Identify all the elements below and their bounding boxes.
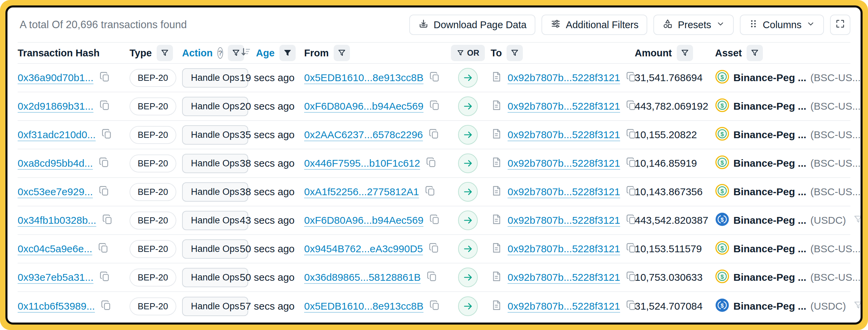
from-address-link[interactable]: 0xA1f52256...2775812A1 [304, 186, 419, 198]
to-address-link[interactable]: 0x92b7807b...5228f3121 [508, 129, 620, 141]
amount-cell: 31,541.768694 [635, 72, 715, 84]
to-cell: 0x92b7807b...5228f3121 [491, 271, 635, 285]
busd-coin-icon: $ [715, 70, 729, 86]
to-address-link[interactable]: 0x92b7807b...5228f3121 [508, 186, 620, 198]
copy-icon[interactable] [428, 242, 440, 256]
download-page-data-button[interactable]: Download Page Data [409, 15, 535, 35]
txn-hash-link[interactable]: 0xc04c5a9e6e... [18, 243, 92, 255]
amount-filter-button[interactable] [677, 45, 693, 61]
txn-hash-link[interactable]: 0xf31adc210d0... [18, 129, 96, 141]
txn-hash-link[interactable]: 0xa8cd95bb4d... [18, 158, 93, 169]
copy-icon[interactable] [99, 71, 111, 85]
from-filter-button[interactable] [334, 45, 350, 61]
handle-ops-button[interactable]: Handle Ops [182, 182, 248, 202]
amount-value: 443,542.820387 [635, 215, 708, 226]
copy-icon[interactable] [425, 185, 436, 199]
from-address-link[interactable]: 0xF6D80A96...b94Aec569 [304, 215, 423, 226]
grid-dots-icon [749, 19, 758, 31]
to-address-link[interactable]: 0x92b7807b...5228f3121 [508, 215, 620, 226]
txn-hash-link[interactable]: 0x2d91869b31... [18, 100, 94, 112]
copy-icon[interactable] [98, 242, 109, 256]
txn-hash-link[interactable]: 0x93e7eb5a31... [18, 272, 94, 283]
asset-name[interactable]: Binance-Peg ... [733, 129, 806, 141]
copy-icon[interactable] [98, 185, 110, 199]
from-address-link[interactable]: 0x5EDB1610...8e913cc8B [304, 300, 423, 312]
from-address-link[interactable]: 0x36d89865...58128861B [304, 272, 421, 283]
expand-fullscreen-button[interactable] [830, 15, 850, 35]
handle-ops-button[interactable]: Handle Ops [182, 239, 248, 259]
amount-cell: 31,524.707084 [635, 300, 715, 312]
asset-name[interactable]: Binance-Peg ... [733, 300, 806, 312]
handle-ops-button[interactable]: Handle Ops [182, 97, 248, 116]
copy-icon[interactable] [98, 157, 110, 170]
to-filter-button[interactable] [507, 45, 523, 61]
txn-hash-link[interactable]: 0xc53ee7e929... [18, 186, 93, 198]
asset-name[interactable]: Binance-Peg ... [733, 100, 806, 112]
sort-desc-icon[interactable] [240, 46, 251, 60]
asset-cell: $ Binance-Peg ... (BSC-US...) [715, 269, 850, 286]
col-to: To [491, 45, 635, 61]
txn-hash-cell: 0x34fb1b0328b... [18, 214, 130, 227]
or-filter-button[interactable]: OR [451, 45, 485, 61]
asset-name[interactable]: Binance-Peg ... [733, 272, 806, 283]
to-address-link[interactable]: 0x92b7807b...5228f3121 [508, 100, 620, 112]
from-address-link[interactable]: 0xF6D80A96...b94Aec569 [304, 100, 423, 112]
txn-hash-link[interactable]: 0x36a90d70b1... [18, 72, 94, 84]
to-address-link[interactable]: 0x92b7807b...5228f3121 [508, 243, 620, 255]
handle-ops-button[interactable]: Handle Ops [182, 297, 248, 316]
asset-name[interactable]: Binance-Peg ... [733, 158, 806, 169]
txn-hash-cell: 0xa8cd95bb4d... [18, 157, 130, 170]
copy-icon[interactable] [100, 299, 112, 313]
columns-button[interactable]: Columns [740, 15, 824, 35]
help-icon[interactable]: ? [217, 47, 223, 59]
copy-icon[interactable] [102, 214, 113, 227]
to-address-link[interactable]: 0x92b7807b...5228f3121 [508, 72, 620, 84]
type-badge: BEP-20 [130, 154, 176, 172]
amount-value: 31,541.768694 [635, 72, 703, 84]
from-address-link[interactable]: 0x2AAC6237...6578c2296 [304, 129, 423, 141]
copy-icon[interactable] [99, 99, 111, 113]
handle-ops-button[interactable]: Handle Ops [182, 211, 248, 230]
copy-icon[interactable] [101, 128, 113, 142]
handle-ops-button[interactable]: Handle Ops [182, 268, 248, 287]
transactions-card: A total Of 20,696 transactions found Dow… [5, 5, 863, 325]
copy-icon[interactable] [429, 214, 440, 227]
contract-icon [491, 214, 502, 227]
svg-text:$: $ [721, 302, 724, 308]
from-address-link[interactable]: 0x5EDB1610...8e913cc8B [304, 72, 423, 84]
to-address-link[interactable]: 0x92b7807b...5228f3121 [508, 272, 620, 283]
asset-filter-button[interactable] [747, 45, 763, 61]
copy-icon[interactable] [426, 157, 437, 170]
copy-icon[interactable] [428, 128, 440, 142]
to-address-link[interactable]: 0x92b7807b...5228f3121 [508, 158, 620, 169]
from-address-link[interactable]: 0x446F7595...b10F1c612 [304, 158, 420, 169]
copy-icon[interactable] [429, 99, 440, 113]
svg-text:$: $ [721, 103, 724, 109]
asset-name[interactable]: Binance-Peg ... [733, 215, 806, 226]
copy-icon[interactable] [429, 299, 440, 313]
asset-row-filter-icon[interactable] [853, 300, 863, 313]
handle-ops-button[interactable]: Handle Ops [182, 125, 248, 145]
action-cell: Handle Ops [182, 68, 240, 88]
download-icon [418, 18, 429, 32]
copy-icon[interactable] [426, 271, 438, 285]
presets-button[interactable]: Presets [653, 15, 733, 35]
handle-ops-button[interactable]: Handle Ops [182, 154, 248, 173]
type-filter-button[interactable] [157, 45, 173, 61]
asset-cell: $ Binance-Peg ... (BSC-US...) [715, 127, 850, 143]
arrow-right-icon [458, 210, 478, 230]
asset-name[interactable]: Binance-Peg ... [733, 72, 806, 84]
txn-hash-link[interactable]: 0x34fb1b0328b... [18, 215, 96, 226]
asset-row-filter-icon[interactable] [853, 214, 863, 227]
to-address-link[interactable]: 0x92b7807b...5228f3121 [508, 300, 620, 312]
asset-name[interactable]: Binance-Peg ... [733, 186, 806, 198]
handle-ops-button[interactable]: Handle Ops [182, 68, 248, 88]
additional-filters-button[interactable]: Additional Filters [541, 15, 647, 35]
txn-hash-link[interactable]: 0x11cb6f53989... [18, 300, 95, 312]
age-filter-button[interactable] [279, 45, 296, 61]
from-address-link[interactable]: 0x9454B762...eA3c990D5 [304, 243, 423, 255]
copy-icon[interactable] [99, 271, 111, 285]
from-cell: 0x36d89865...58128861B [304, 271, 445, 285]
copy-icon[interactable] [429, 71, 440, 85]
asset-name[interactable]: Binance-Peg ... [733, 243, 806, 255]
